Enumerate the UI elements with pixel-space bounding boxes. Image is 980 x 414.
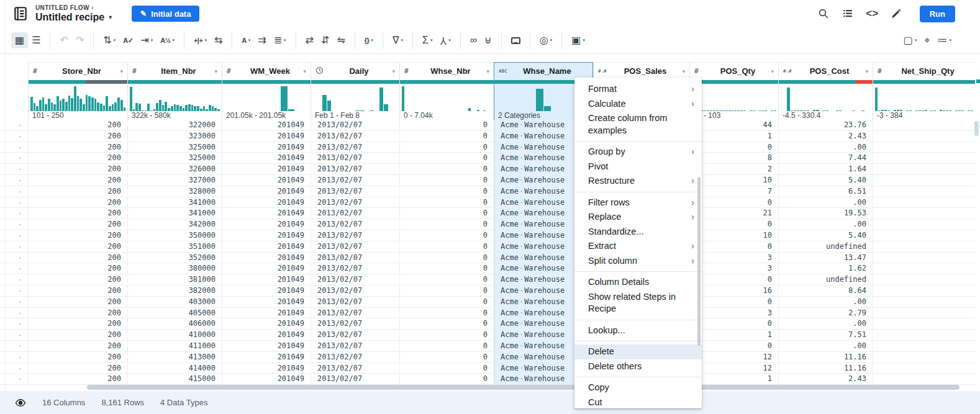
table-row[interactable]: 2003420002010492013/02/070Acme·Warehouse… — [0, 219, 975, 230]
cell-store-nbr[interactable]: 200 — [28, 208, 127, 218]
cell-item-nbr[interactable]: 352000 — [127, 253, 222, 263]
cell-wm-week[interactable]: 201049 — [222, 142, 311, 153]
functions-button[interactable]: {}▾ — [361, 32, 377, 48]
cell-wm-week[interactable]: 201049 — [222, 241, 311, 252]
table-row[interactable]: 2003250002010492013/02/070Acme·Warehouse… — [0, 153, 975, 164]
cell-net-ship-qty[interactable] — [873, 241, 975, 252]
table-row[interactable]: 2003800002010492013/02/070Acme·Warehouse… — [0, 263, 975, 274]
table-row[interactable]: 2003280002010492013/02/070Acme·Warehouse… — [0, 186, 975, 197]
menu-item-split-column[interactable]: Split column› — [574, 254, 702, 269]
cell-whse-nbr[interactable]: 0 — [399, 131, 494, 142]
cell-store-nbr[interactable]: 200 — [28, 263, 127, 274]
cell-store-nbr[interactable]: 200 — [28, 363, 127, 374]
cell-net-ship-qty[interactable] — [873, 341, 975, 351]
cell-net-ship-qty[interactable] — [873, 297, 975, 307]
cell-whse-nbr[interactable]: 0 — [399, 352, 494, 362]
cell-daily[interactable]: 2013/02/07 — [311, 164, 399, 174]
cell-item-nbr[interactable]: 322000 — [127, 120, 222, 130]
merge-columns-button[interactable]: ⇆ — [211, 32, 226, 48]
cell-item-nbr[interactable]: 341000 — [127, 208, 222, 218]
cell-wm-week[interactable]: 201049 — [222, 153, 311, 163]
cell-whse-nbr[interactable]: 0 — [399, 186, 494, 197]
cell-pos-qty[interactable]: 1 — [689, 131, 778, 142]
grid-view-button[interactable]: ▦ — [11, 32, 28, 48]
text-format-button[interactable]: A▾ — [238, 32, 254, 48]
cell-pos-qty[interactable]: 12 — [689, 352, 778, 362]
menu-item-replace[interactable]: Replace› — [574, 210, 702, 225]
cell-item-nbr[interactable]: 382000 — [127, 286, 222, 296]
cell-net-ship-qty[interactable] — [873, 142, 975, 153]
cell-daily[interactable]: 2013/02/07 — [311, 374, 399, 384]
table-row[interactable]: 2003410002010492013/02/070Acme·Warehouse… — [0, 208, 975, 219]
cell-whse-nbr[interactable]: 0 — [399, 253, 494, 263]
cell-whse-nbr[interactable]: 0 — [399, 374, 494, 384]
quality-bar[interactable] — [29, 80, 127, 84]
header-rows-button[interactable]: ≣▾ — [270, 32, 290, 48]
histogram[interactable] — [222, 84, 311, 111]
cell-store-nbr[interactable]: 200 — [28, 131, 127, 142]
chevron-down-icon[interactable]: ▾ — [116, 68, 123, 74]
cell-daily[interactable]: 2013/02/07 — [311, 131, 399, 142]
cell-daily[interactable]: 2013/02/07 — [311, 241, 399, 252]
cell-whse-nbr[interactable]: 0 — [399, 318, 494, 329]
cell-pos-cost[interactable]: 19.53 — [778, 208, 873, 218]
cell-pos-qty[interactable]: 12 — [689, 363, 778, 374]
column-pos-cost[interactable]: #.#POS_Cost▾-4.5 - 330.4 — [778, 62, 873, 121]
column-header-wm-week[interactable]: #WM_Week▾ — [222, 63, 311, 79]
cell-store-nbr[interactable]: 200 — [28, 197, 127, 208]
cell-wm-week[interactable]: 201049 — [222, 197, 311, 208]
menu-item-copy[interactable]: Copy — [574, 380, 702, 395]
cell-wm-week[interactable]: 201049 — [222, 253, 311, 263]
cell-store-nbr[interactable]: 200 — [28, 352, 127, 362]
join-button[interactable]: ∞ — [466, 32, 481, 48]
run-button[interactable]: Run — [920, 6, 955, 22]
chevron-down-icon[interactable]: ▾ — [388, 68, 395, 74]
cell-pos-qty[interactable]: 1 — [689, 330, 778, 340]
cell-store-nbr[interactable]: 200 — [28, 286, 127, 296]
selection-mode-button[interactable]: ▢▾ — [900, 32, 921, 48]
cell-pos-qty[interactable]: 3 — [689, 308, 778, 318]
column-store-nbr[interactable]: #Store_Nbr▾101 - 250 — [28, 62, 127, 121]
column-header-pos-sales[interactable]: #.#POS_Sales▾ — [594, 63, 689, 79]
quality-bar[interactable] — [400, 80, 494, 84]
horizontal-scrollbar[interactable] — [87, 385, 960, 390]
cell-net-ship-qty[interactable] — [873, 352, 975, 362]
edit-pen-icon[interactable] — [891, 8, 902, 20]
cell-daily[interactable]: 2013/02/07 — [311, 175, 399, 186]
quality-bar[interactable] — [690, 80, 778, 84]
table-row[interactable]: 2004130002010492013/02/070Acme·Warehouse… — [0, 352, 975, 363]
cell-net-ship-qty[interactable] — [873, 374, 975, 384]
recipe-title[interactable]: Untitled recipe▼ — [35, 12, 113, 23]
cell-daily[interactable]: 2013/02/07 — [311, 186, 399, 197]
cell-pos-qty[interactable]: 3 — [689, 253, 778, 263]
histogram[interactable] — [128, 84, 222, 111]
cell-item-nbr[interactable]: 323000 — [127, 131, 222, 142]
cell-pos-cost[interactable]: undefined — [778, 241, 873, 252]
cell-wm-week[interactable]: 201049 — [222, 175, 311, 186]
cell-store-nbr[interactable]: 200 — [28, 230, 127, 241]
cell-whse-nbr[interactable]: 0 — [399, 241, 494, 252]
target-button[interactable]: ◎▾ — [536, 32, 556, 48]
histogram[interactable] — [311, 84, 399, 111]
data-type-count[interactable]: 4 Data Types — [160, 398, 207, 407]
cell-pos-qty[interactable]: 0 — [689, 318, 778, 329]
cell-item-nbr[interactable]: 413000 — [127, 352, 222, 362]
cell-whse-nbr[interactable]: 0 — [399, 263, 494, 274]
table-row[interactable]: 2004110002010492013/02/070Acme·Warehouse… — [0, 341, 975, 352]
cell-pos-cost[interactable]: 1.64 — [778, 164, 873, 174]
cell-store-nbr[interactable]: 200 — [28, 330, 127, 340]
cell-pos-cost[interactable]: .00 — [778, 142, 873, 153]
menu-item-column-details[interactable]: Column Details — [574, 275, 702, 290]
cell-pos-cost[interactable]: 5.40 — [778, 230, 873, 241]
chevron-down-icon[interactable]: ▾ — [861, 68, 868, 74]
menu-item-standardize[interactable]: Standardize... — [574, 225, 702, 240]
cell-store-nbr[interactable]: 200 — [28, 153, 127, 163]
table-row[interactable]: 2004140002010492013/02/070Acme·Warehouse… — [0, 363, 975, 374]
cell-pos-cost[interactable]: 6.51 — [778, 186, 873, 197]
cell-pos-qty[interactable]: 10 — [689, 230, 778, 241]
cell-pos-cost[interactable]: 23.76 — [778, 120, 873, 130]
cell-daily[interactable]: 2013/02/07 — [311, 208, 399, 218]
cell-item-nbr[interactable]: 410000 — [127, 330, 222, 340]
quality-bar[interactable] — [222, 80, 311, 84]
table-row[interactable]: 2003810002010492013/02/070Acme·Warehouse… — [0, 274, 975, 286]
